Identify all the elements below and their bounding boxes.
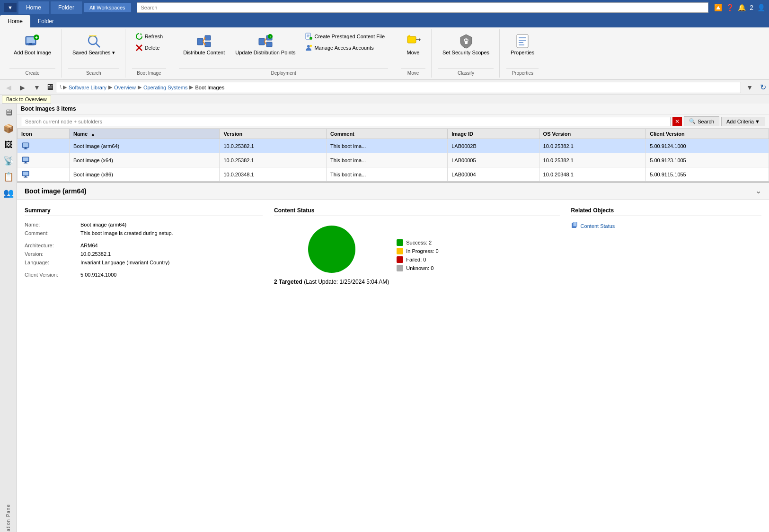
col-comment[interactable]: Comment [327,129,448,139]
detail-value-version: 10.0.25382.1 [80,251,111,257]
create-prestaged-button[interactable]: + Create Prestaged Content File [301,31,388,42]
detail-pane: Boot image (arm64) ⌄ Summary Name: Boot … [17,183,769,532]
table-row[interactable]: Boot image (arm64) 10.0.25382.1 This boo… [18,139,769,153]
cell-comment: This boot ima... [327,153,448,167]
breadcrumb-software-library[interactable]: Software Library [69,85,106,90]
classify-group-label: Classify [438,68,494,76]
ribbon-tab-home[interactable]: Home [0,15,30,27]
col-image-id[interactable]: Image ID [448,129,539,139]
status-chart: 2 Targeted (Last Update: 1/25/2024 5:04 … [274,226,389,285]
set-security-scopes-label: Set Security Scopes [442,50,489,55]
table-header-row: Icon Name ▲ Version Comment Image ID OS … [18,129,769,139]
refresh-icon[interactable]: ↻ [760,83,766,92]
legend-color-in-progress [397,248,403,254]
saved-searches-button[interactable]: Saved Searches ▾ [68,31,119,58]
breadcrumb-operating-systems[interactable]: Operating Systems [143,85,188,90]
notification-icon[interactable]: 🔔 [738,4,746,11]
table-row[interactable]: Boot image (x64) 10.0.25382.1 This boot … [18,153,769,167]
col-os-version[interactable]: OS Version [539,129,646,139]
add-boot-image-button[interactable]: + Add Boot Image [9,31,55,58]
svg-point-6 [88,36,97,44]
svg-rect-34 [407,36,416,43]
forward-button[interactable]: ▶ [17,82,28,93]
legend-unknown: Unknown: 0 [397,265,438,271]
properties-button[interactable]: Properties [506,31,539,58]
ribbon-tab-folder[interactable]: Folder [30,15,62,27]
col-version[interactable]: Version [220,129,327,139]
col-icon[interactable]: Icon [18,129,70,139]
cell-name: Boot image (arm64) [70,139,220,153]
tab-home[interactable]: Home [18,1,49,14]
cell-version: 10.0.25382.1 [220,153,327,167]
svg-point-32 [307,45,310,48]
add-criteria-button[interactable]: Add Criteria ▼ [721,117,765,126]
detail-value-client-version: 5.00.9124.1000 [80,272,116,278]
detail-label-version: Version: [25,251,77,257]
refresh-button[interactable]: Refresh [132,31,167,42]
breadcrumb: \ ▶ Software Library ▶ Overview ▶ Operat… [56,82,741,93]
search-clear-button[interactable]: ✕ [672,117,682,126]
cell-client-version: 5.00.9115.1055 [646,167,769,182]
col-name[interactable]: Name ▲ [70,129,220,139]
cell-image-id: LAB00004 [448,167,539,182]
related-objects-title: Related Objects [571,207,761,216]
table-row[interactable]: Boot image (x86) 10.0.20348.1 This boot … [18,167,769,182]
delete-label: Delete [145,45,160,51]
create-prestaged-icon: + [305,33,312,40]
ribbon-content: + Add Boot Image Create [0,27,769,79]
ribbon-group-deployment: Distribute Content ↑ [173,29,394,78]
update-distribution-points-label: Update Distribution Points [235,50,295,55]
legend-color-success [397,239,403,246]
cell-name: Boot image (x64) [70,153,220,167]
content-status-link-label: Content Status [581,223,615,229]
left-nav-icon-1[interactable]: 📦 [1,122,16,136]
detail-expand-button[interactable]: ⌄ [755,186,761,195]
svg-rect-54 [23,172,28,175]
left-nav-icon-5[interactable]: 👥 [1,186,16,200]
title-search-input[interactable] [137,2,709,13]
left-nav-icon-0[interactable]: 🖥 [1,105,16,120]
nav-dropdown-button[interactable]: ▼ [30,82,44,93]
status-area: 2 Targeted (Last Update: 1/25/2024 5:04 … [274,222,560,289]
saved-searches-icon [86,34,101,49]
list-header: Boot Images 3 items [17,104,769,114]
svg-rect-12 [197,38,203,45]
content-status-link[interactable]: Content Status [571,222,761,230]
legend-failed: Failed: 0 [397,256,438,263]
sort-arrow: ▲ [91,132,95,137]
delete-button[interactable]: Delete [132,43,167,53]
title-bar: ▼ Home Folder All Workspaces 🔼 ❓ 🔔 2 👤 [0,0,769,15]
left-nav-icon-2[interactable]: 🖼 [1,138,16,152]
sccm-icon: 🖥 [45,82,54,92]
main-area: 🖥 📦 🖼 📡 📋 👥 Navigation Pane Boot Images … [0,104,769,532]
title-dropdown[interactable]: ▼ [4,3,17,12]
tab-folder[interactable]: Folder [51,1,82,14]
breadcrumb-expand-button[interactable]: ▼ [743,82,756,93]
col-client-version[interactable]: Client Version [646,129,769,139]
left-nav-icon-3[interactable]: 📡 [1,154,16,168]
move-button[interactable]: Move [401,31,425,58]
back-button[interactable]: ◀ [3,82,15,93]
account-icon[interactable]: 👤 [757,4,765,11]
distribute-content-button[interactable]: Distribute Content [179,31,229,58]
help-icon[interactable]: ❓ [726,4,734,11]
svg-rect-46 [23,143,28,147]
refresh-label: Refresh [145,34,163,39]
legend-in-progress: In Progress: 0 [397,248,438,254]
maximize-icon: 🔼 [714,4,722,11]
breadcrumb-overview[interactable]: Overview [114,85,136,90]
svg-rect-8 [89,35,97,36]
set-security-scopes-button[interactable]: Set Security Scopes [438,31,494,58]
list-search-input[interactable] [21,117,671,126]
ribbon-tabs: Home Folder [0,15,769,27]
ribbon-group-move: Move Move [395,29,432,78]
search-btn-label: Search [698,119,714,124]
search-button[interactable]: 🔍 Search [684,116,719,126]
boot-images-table: Icon Name ▲ Version Comment Image ID OS … [17,129,769,182]
detail-row-language: Language: Invariant Language (Invariant … [25,260,263,265]
manage-access-button[interactable]: Manage Access Accounts [301,43,388,53]
left-nav-icon-4[interactable]: 📋 [1,170,16,184]
cell-comment: This boot ima... [327,139,448,153]
detail-content-status-section: Content Status 2 Targeted (Last Update: … [274,207,560,289]
update-distribution-points-button[interactable]: ↑ Update Distribution Points [231,31,300,58]
